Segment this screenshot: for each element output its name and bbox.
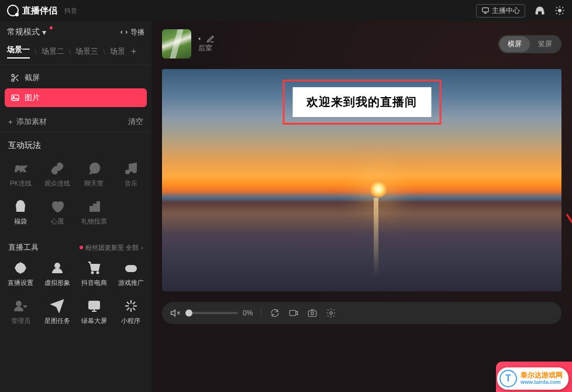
overlay-text: 欢迎来到我的直播间 — [292, 87, 431, 117]
tools-title: 直播工具 — [8, 242, 39, 253]
source-image[interactable]: 图片 — [5, 88, 147, 107]
interactive-audience-link[interactable]: 观众连线 — [39, 157, 76, 192]
svg-point-3 — [559, 9, 561, 12]
swap-icon — [120, 28, 128, 36]
gear-icon[interactable] — [326, 308, 336, 318]
svg-point-5 — [12, 79, 14, 81]
tool-star-task[interactable]: 星图任务 — [39, 294, 76, 330]
text-overlay-selection[interactable]: 欢迎来到我的直播间 — [282, 80, 441, 125]
scene-tab-3[interactable]: 场景三 — [75, 46, 98, 57]
watermark-badge: T — [499, 370, 517, 387]
clear-button[interactable]: 清空 — [128, 116, 143, 127]
interactive-gift-vote[interactable]: 礼物投票 — [76, 195, 113, 231]
tool-live-settings[interactable]: 直播设置 — [2, 256, 39, 292]
svg-point-16 — [97, 272, 98, 274]
settings-icon[interactable] — [554, 5, 565, 16]
bottom-toolbar: 0% — [162, 302, 561, 324]
preview-canvas[interactable]: 欢迎来到我的直播间 — [162, 69, 561, 291]
platform-label: 抖音 — [64, 6, 77, 15]
volume-mute-icon — [170, 308, 181, 318]
music-icon — [124, 161, 138, 176]
sparkle-icon — [124, 299, 138, 313]
svg-rect-23 — [309, 311, 317, 317]
scene-tab-4[interactable]: 场景 — [110, 46, 125, 57]
title-placeholder: • — [198, 35, 201, 43]
headphone-icon[interactable] — [535, 5, 545, 16]
chart-icon — [87, 200, 101, 214]
logo-icon — [7, 5, 19, 16]
scene-tab-2[interactable]: 场景二 — [42, 46, 64, 57]
send-icon — [50, 299, 64, 313]
chat-icon — [87, 161, 101, 176]
svg-rect-19 — [89, 301, 99, 309]
volume-value: 0% — [243, 309, 253, 317]
scene-tab-1[interactable]: 场景一 — [7, 44, 30, 59]
source-screenshot[interactable]: 截屏 — [5, 68, 147, 87]
svg-point-14 — [55, 263, 60, 268]
mode-select[interactable]: 常规模式 ▾ — [7, 27, 51, 37]
update-hint[interactable]: 粉丝团更新至 全部 › — [80, 243, 143, 252]
orientation-toggle: 横屏 竖屏 — [498, 35, 561, 53]
tool-avatar[interactable]: 虚拟形象 — [39, 256, 76, 292]
notification-dot — [50, 26, 53, 29]
svg-point-15 — [91, 272, 93, 274]
target-icon — [13, 261, 27, 275]
svg-point-18 — [16, 301, 21, 306]
anchor-center-button[interactable]: 主播中心 — [476, 4, 525, 18]
svg-rect-22 — [290, 311, 297, 316]
volume-control[interactable]: 0% — [170, 308, 253, 318]
record-icon[interactable] — [288, 308, 299, 318]
svg-rect-11 — [97, 202, 99, 211]
watermark-name: 泰尔达游戏网 — [521, 372, 563, 379]
bag-icon — [13, 200, 27, 214]
svg-point-4 — [12, 74, 14, 77]
monitor-icon — [481, 6, 490, 15]
scissors-icon — [11, 73, 20, 82]
add-material-button[interactable]: + 添加素材 — [8, 116, 47, 127]
watermark-url: www.tairda.com — [521, 380, 563, 386]
pk-icon: PK — [13, 161, 27, 176]
interactive-lucky-bag[interactable]: 福袋 — [2, 195, 39, 231]
interactive-music[interactable]: 音乐 — [112, 157, 149, 192]
gamepad-icon — [124, 261, 138, 275]
app-logo: 直播伴侣 抖音 — [7, 5, 77, 16]
link-icon — [50, 161, 64, 176]
interactive-chatroom[interactable]: 聊天室 — [76, 157, 113, 192]
interactive-pk[interactable]: PK PK连线 — [2, 157, 39, 192]
image-icon — [11, 93, 20, 102]
svg-point-24 — [311, 312, 314, 315]
cover-thumbnail[interactable] — [162, 29, 191, 59]
heart-icon — [50, 200, 64, 214]
sidebar: 常规模式 ▾ 导播 场景一 \ 场景二 \ 场景三 \ 场景 + 截屏 — [0, 21, 151, 392]
svg-rect-9 — [90, 207, 92, 211]
tool-miniapp[interactable]: 小程序 — [112, 294, 149, 330]
tool-game-promo[interactable]: 游戏推广 — [112, 256, 149, 292]
svg-rect-10 — [94, 204, 96, 211]
volume-slider[interactable] — [185, 312, 238, 314]
svg-point-25 — [330, 312, 333, 315]
update-dot — [80, 246, 83, 249]
plus-icon: + — [8, 118, 13, 126]
edit-icon[interactable] — [206, 35, 215, 43]
svg-rect-17 — [126, 266, 136, 271]
tool-greenscreen[interactable]: 绿幕大屏 — [76, 294, 113, 330]
screen-icon — [87, 299, 101, 313]
camera-icon[interactable] — [307, 308, 318, 318]
refresh-icon[interactable] — [270, 308, 280, 318]
orient-landscape[interactable]: 横屏 — [499, 36, 530, 52]
svg-text:PK: PK — [15, 164, 27, 173]
tool-ecommerce[interactable]: 抖音电商 — [76, 256, 113, 292]
chevron-down-icon: ▾ — [42, 27, 46, 37]
watermark: T 泰尔达游戏网 www.tairda.com — [497, 367, 568, 390]
app-name: 直播伴侣 — [22, 5, 57, 16]
svg-rect-1 — [536, 12, 537, 15]
backroom-label[interactable]: 后室 — [198, 43, 215, 53]
guide-button[interactable]: 导播 — [120, 27, 144, 37]
canvas-area: • 后室 横屏 竖屏 欢迎来到我的直播间 — [151, 21, 572, 392]
sunset-graphic — [370, 180, 387, 198]
interactive-wish[interactable]: 心愿 — [39, 195, 76, 231]
orient-portrait[interactable]: 竖屏 — [530, 36, 560, 52]
svg-rect-2 — [542, 12, 544, 15]
add-scene-button[interactable]: + — [131, 46, 136, 57]
tool-admin[interactable]: 管理员 — [2, 294, 39, 330]
